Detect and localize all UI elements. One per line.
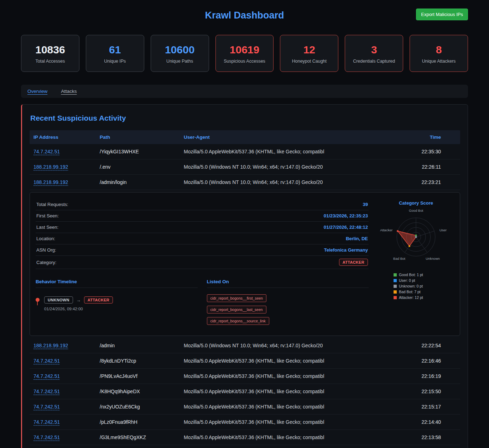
- legend-item-user-0-pt: User: 0 pt: [394, 278, 454, 283]
- user-agent-cell: Mozilla/5.0 AppleWebKit/537.36 (KHTML, l…: [180, 389, 400, 394]
- suspicious-activity-table: IP AddressPathUser-AgentTime 74.7.242.51…: [30, 130, 460, 445]
- user-agent-cell: Mozilla/5.0 AppleWebKit/537.36 (KHTML, l…: [180, 358, 400, 364]
- field-label: First Seen:: [36, 213, 59, 218]
- table-row[interactable]: 74.7.242.51 /YiqykGI13WHXE Mozilla/5.0 A…: [30, 144, 460, 159]
- time-cell: 22:13:58: [400, 434, 460, 440]
- table-row[interactable]: 74.7.242.51 /G3Lme9ShEQgXKZ Mozilla/5.0 …: [30, 430, 460, 445]
- table-row[interactable]: 74.7.242.51 /PN9LvAcJ4uoVf Mozilla/5.0 A…: [30, 369, 460, 384]
- field-value: 01/23/2026, 22:35:23: [324, 213, 368, 218]
- path-cell: /K8HQq9hAipeDX: [96, 389, 180, 394]
- arrow-right-icon: →: [76, 297, 81, 303]
- category-badge: ATTACKER: [339, 259, 368, 266]
- path-cell: /8ykdLnDYTi2cp: [96, 358, 180, 364]
- field-label: Last Seen:: [36, 225, 58, 230]
- ip-link[interactable]: 74.7.242.51: [33, 419, 60, 425]
- ip-link[interactable]: 74.7.242.51: [33, 358, 60, 364]
- detail-field-last-seen: Last Seen: 01/27/2026, 22:48:12: [36, 222, 369, 233]
- detail-field-asn-org: ASN Org: Telefonica Germany: [36, 244, 369, 256]
- detail-field-first-seen: First Seen: 01/23/2026, 22:35:23: [36, 210, 369, 222]
- timeline-marker-icon: [36, 298, 40, 302]
- path-cell: /pLz0Fnua9fRhH: [96, 419, 180, 425]
- tab-overview[interactable]: Overview: [27, 89, 47, 94]
- svg-text:Unknown: Unknown: [426, 257, 440, 260]
- column-header-time: Time: [400, 135, 460, 140]
- stat-label: Honeypot Caught: [282, 59, 336, 64]
- chart-title: Category Score: [378, 200, 454, 206]
- ip-detail-fields: Total Requests: 39 First Seen: 01/23/202…: [36, 199, 369, 269]
- listed-on-badge[interactable]: cidr_report_bogons__last_seen: [207, 306, 266, 313]
- detail-field-location: Location: Berlin, DE: [36, 233, 369, 244]
- column-header-path: Path: [96, 135, 180, 140]
- ip-link[interactable]: 74.7.242.51: [33, 434, 60, 440]
- time-cell: 22:16:19: [400, 373, 460, 379]
- ip-link[interactable]: 74.7.242.51: [33, 149, 60, 154]
- legend-label: Attacker: 12 pt: [399, 295, 423, 300]
- category-to-badge: ATTACKER: [84, 296, 113, 304]
- time-cell: 22:23:21: [400, 179, 460, 185]
- detail-field-category: Category: ATTACKER: [36, 256, 369, 269]
- stat-label: Unique Paths: [153, 59, 207, 64]
- stat-card-suspicious-accesses: 10619 Suspicious Accesses: [215, 35, 274, 72]
- category-from-badge: UNKNOWN: [44, 296, 73, 304]
- timeline-timestamp: 01/24/2026, 09:42:00: [44, 307, 113, 311]
- dashboard-page: Krawl Dashboard Export Malicious IPs 108…: [21, 0, 468, 448]
- field-label: Category:: [36, 260, 56, 265]
- legend-label: Good Bot: 1 pt: [399, 273, 423, 277]
- tab-attacks[interactable]: Attacks: [61, 89, 77, 94]
- path-cell: /YiqykGI13WHXE: [96, 149, 180, 154]
- legend-swatch: [394, 296, 397, 299]
- listed-on-badge[interactable]: cidr_report_bogons__first_seen: [207, 294, 267, 302]
- table-row[interactable]: 188.218.99.192 /admin Mozilla/5.0 (Windo…: [30, 338, 460, 353]
- user-agent-cell: Mozilla/5.0 (Windows NT 10.0; Win64; x64…: [180, 343, 400, 348]
- stat-card-credentials-captured: 3 Credentials Captured: [345, 35, 403, 72]
- table-row[interactable]: 74.7.242.51 /pLz0Fnua9fRhH Mozilla/5.0 A…: [30, 415, 460, 430]
- user-agent-cell: Mozilla/5.0 AppleWebKit/537.36 (KHTML, l…: [180, 149, 400, 154]
- stat-label: Total Accesses: [24, 59, 77, 64]
- field-label: ASN Org:: [36, 247, 56, 253]
- export-malicious-ips-button[interactable]: Export Malicious IPs: [416, 9, 468, 20]
- user-agent-cell: Mozilla/5.0 AppleWebKit/537.36 (KHTML, l…: [180, 419, 400, 425]
- legend-item-bad-bot-7-pt: Bad Bot: 7 pt: [394, 290, 454, 294]
- svg-text:User: User: [439, 228, 447, 232]
- stat-label: Suspicious Accesses: [218, 59, 271, 64]
- user-agent-cell: Mozilla/5.0 AppleWebKit/537.36 (KHTML, l…: [180, 404, 400, 410]
- table-row[interactable]: 188.218.99.192 /admin/login Mozilla/5.0 …: [30, 175, 460, 190]
- field-value: 39: [363, 202, 368, 207]
- field-label: Location:: [36, 236, 55, 241]
- category-score-section: Category Score Good BotUserUnknownBad Bo…: [378, 199, 454, 325]
- path-cell: /PN9LvAcJ4uoVf: [96, 373, 180, 379]
- user-agent-cell: Mozilla/5.0 AppleWebKit/537.36 (KHTML, l…: [180, 434, 400, 440]
- field-value: 01/27/2026, 22:48:12: [324, 225, 368, 230]
- legend-label: User: 0 pt: [399, 278, 415, 283]
- legend-swatch: [394, 285, 397, 288]
- behavior-timeline-title: Behavior Timeline: [36, 279, 198, 288]
- panel-title: Recent Suspicious Activity: [30, 114, 460, 122]
- header: Krawl Dashboard Export Malicious IPs: [21, 6, 468, 27]
- chart-legend: Good Bot: 1 pt User: 0 pt Unknown: 0 pt …: [378, 273, 454, 300]
- behavior-timeline-section: Behavior Timeline UNKNOWN → ATTACKER: [36, 279, 198, 325]
- ip-link[interactable]: 74.7.242.51: [33, 373, 60, 379]
- table-row[interactable]: 74.7.242.51 /nx2yUOZuE6Ckg Mozilla/5.0 A…: [30, 399, 460, 415]
- path-cell: /G3Lme9ShEQgXKZ: [96, 434, 180, 440]
- table-row[interactable]: 188.218.99.192 /.env Mozilla/5.0 (Window…: [30, 159, 460, 175]
- ip-link[interactable]: 74.7.242.51: [33, 404, 60, 410]
- ip-link[interactable]: 188.218.99.192: [33, 343, 68, 348]
- user-agent-cell: Mozilla/5.0 AppleWebKit/537.36 (KHTML, l…: [180, 373, 400, 379]
- svg-text:Good Bot: Good Bot: [409, 209, 423, 212]
- time-cell: 22:22:54: [400, 343, 460, 348]
- table-row[interactable]: 74.7.242.51 /8ykdLnDYTi2cp Mozilla/5.0 A…: [30, 353, 460, 369]
- field-label: Total Requests:: [36, 202, 68, 207]
- table-row[interactable]: 74.7.242.51 /K8HQq9hAipeDX Mozilla/5.0 A…: [30, 384, 460, 399]
- field-value: Telefonica Germany: [324, 247, 368, 253]
- stat-value: 3: [347, 44, 401, 56]
- stat-value: 12: [282, 44, 336, 56]
- ip-link[interactable]: 74.7.242.51: [33, 389, 60, 394]
- ip-link[interactable]: 188.218.99.192: [33, 179, 68, 185]
- stat-card-unique-attackers: 8 Unique Attackers: [410, 35, 468, 72]
- time-cell: 22:15:50: [400, 389, 460, 394]
- page-title: Krawl Dashboard: [21, 6, 468, 21]
- path-cell: /.env: [96, 164, 180, 170]
- listed-on-badge[interactable]: cidr_report_bogons__source_link: [207, 317, 269, 325]
- legend-swatch: [394, 290, 397, 294]
- ip-link[interactable]: 188.218.99.192: [33, 164, 68, 170]
